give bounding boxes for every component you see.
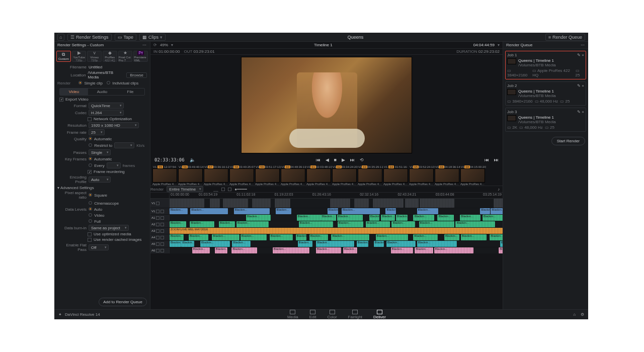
speaker-icon[interactable]: 🔈 <box>190 157 195 162</box>
timeline-clip[interactable] <box>210 199 220 208</box>
clip-thumbnail[interactable]: V16503:52:24:10Apple ProRes 4444 <box>409 165 434 186</box>
panel-menu-icon[interactable]: ⋯ <box>142 43 147 47</box>
clip-thumbnail[interactable]: V15512:37:54:Apple ProRes 4444 <box>152 165 177 186</box>
timeline-clip[interactable]: Blackm... <box>328 208 338 214</box>
track-toggle[interactable] <box>156 202 159 205</box>
timeline-clip[interactable]: Blackm... <box>296 234 307 240</box>
last-frame-button[interactable]: ⏭ <box>350 157 355 162</box>
timeline-clip[interactable]: Blackm... <box>437 215 454 221</box>
tab-video[interactable]: Video <box>60 89 88 95</box>
timeline-clip[interactable]: Blackm... <box>273 247 310 253</box>
timeline-clip[interactable]: Blackm... <box>170 241 181 247</box>
timeline-clip[interactable] <box>223 199 248 208</box>
next-clip-button[interactable]: ⏭ <box>494 157 499 162</box>
clip-thumbnail[interactable]: V15603:49:40:14Apple ProRes 4444 <box>178 165 203 186</box>
timeline-clip[interactable]: Blackm... <box>455 221 495 227</box>
timeline-clip[interactable]: Blackm... <box>240 234 267 240</box>
timeline-clip[interactable]: Blackm... <box>338 221 363 227</box>
play-reverse-button[interactable]: ◀ <box>326 157 329 162</box>
keyframes-input[interactable] <box>107 162 121 168</box>
timeline-clip[interactable]: Blackm... <box>381 215 394 221</box>
timeline-clip[interactable]: Blackm... <box>232 241 251 247</box>
timeline-clip[interactable]: Blackm... <box>297 215 321 221</box>
timeline-clip[interactable]: Blackm... <box>316 241 354 247</box>
format-select[interactable]: QuickTime <box>89 103 124 109</box>
flatpass-select[interactable]: Off <box>89 244 109 250</box>
timeline-clip[interactable]: Blackm... <box>461 234 487 240</box>
page-fairlight[interactable]: Fairlight <box>348 310 362 319</box>
timeline-clip[interactable]: Blackm... <box>234 208 270 214</box>
timeline-clip[interactable]: Blackm... <box>343 247 357 253</box>
loop-button[interactable]: ⟲ <box>360 157 364 162</box>
timeline-clip[interactable]: Blackm... <box>491 208 503 214</box>
timeline-clip[interactable]: Blackm... <box>434 247 473 253</box>
render-queue-toggle[interactable]: ≡Render Queue <box>545 34 585 41</box>
clip-thumbnail[interactable]: V16004:48:39:19Apple ProRes 4444 <box>281 165 305 186</box>
render-range-select[interactable]: Entire Timeline <box>167 186 203 192</box>
mute-toggle[interactable] <box>156 242 159 246</box>
clip-thumbnail[interactable]: V16604:18:36:14Apple ProRes 4444 <box>435 165 459 186</box>
quality-restrict[interactable]: Restrict to <box>89 143 112 148</box>
timeline-clip[interactable]: Blackm... <box>270 234 293 240</box>
datalevels-full[interactable]: Full <box>89 219 101 224</box>
timeline-tool-2[interactable] <box>228 188 231 191</box>
browse-button[interactable]: Browse <box>126 72 147 78</box>
timeline-clip[interactable]: Blackm... <box>219 221 235 227</box>
clip-thumbnail[interactable]: V15903:51:17:13Apple ProRes 4444 <box>255 165 280 186</box>
timeline-clip[interactable]: Blackm... <box>337 215 363 221</box>
timeline-ruler[interactable]: 01:00:00:0001:03:54:1901:11:02:1801:19:2… <box>170 193 503 198</box>
stop-button[interactable]: ■ <box>334 157 337 162</box>
timeline-clip[interactable]: Blackm... <box>480 208 490 214</box>
close-icon[interactable]: × <box>582 53 584 57</box>
render-job[interactable]: Job 2✎ × Queens | Timeline 1/Volumes/BTB… <box>505 81 586 106</box>
frame-reorder-checkbox[interactable]: ✓ <box>88 170 92 174</box>
viewer[interactable] <box>150 55 503 155</box>
timeline-clip[interactable]: Blackm... <box>413 234 438 240</box>
timeline-clip[interactable]: Blackm... <box>482 215 503 221</box>
timeline-clip[interactable]: Blackm... <box>419 221 455 227</box>
clip-thumbnail[interactable]: V16102:03:48:10Apple ProRes 4444 <box>306 165 331 186</box>
mute-toggle[interactable] <box>156 249 159 252</box>
queue-menu-icon[interactable]: ⋯ <box>581 43 585 47</box>
timeline-clip[interactable]: Blackm... <box>309 234 328 240</box>
home-footer-icon[interactable]: ⌂ <box>573 312 576 317</box>
timeline-clip[interactable]: Blackm... <box>299 221 333 227</box>
mute-toggle[interactable] <box>156 236 159 239</box>
timeline-clip[interactable]: Blackm... <box>276 208 292 214</box>
timeline-clip[interactable]: Blackm... <box>246 215 271 221</box>
timeline-clip[interactable]: Blackm... <box>369 215 379 221</box>
clip-thumbnail[interactable]: V16304:35:29:11Apple ProRes 4444 <box>358 165 382 186</box>
resolution-select[interactable]: 1920 x 1080 HD <box>89 122 139 128</box>
timeline-clip[interactable]: Blackm... <box>385 208 396 214</box>
timeline-clip[interactable] <box>170 199 204 208</box>
par-square[interactable]: Square <box>89 193 107 198</box>
render-job[interactable]: Job 3✎ × Queens | Timeline 1/Volumes/BTB… <box>505 108 586 132</box>
timeline-clip[interactable]: Blackm... <box>500 241 503 247</box>
timeline-clip[interactable]: Blackm... <box>200 241 230 247</box>
solo-toggle[interactable] <box>160 223 164 226</box>
encoding-profile-select[interactable]: Auto <box>89 177 111 183</box>
render-job[interactable]: Job 1✎ × Queens | Timeline 1/Volumes/BTB… <box>505 51 586 79</box>
framerate-select[interactable]: 25 <box>89 129 105 135</box>
preset-youtube[interactable]: ▶YouTube720p <box>72 51 87 62</box>
timeline-clip[interactable]: Blackm... <box>170 208 188 214</box>
timeline-clip[interactable]: Blackm... <box>357 241 368 247</box>
page-edit[interactable]: Edit <box>309 310 316 319</box>
timeline-clip[interactable]: Blackm... <box>415 247 433 253</box>
clip-thumbnail[interactable]: V15703:36:16:12Apple ProRes 4444 <box>204 165 228 186</box>
timeline-clip[interactable]: Blackm... <box>190 208 228 214</box>
use-optimized-checkbox[interactable] <box>88 232 92 236</box>
close-icon[interactable]: × <box>582 83 584 88</box>
tab-file[interactable]: File <box>116 89 144 95</box>
export-video-checkbox[interactable]: ✓ <box>59 98 63 102</box>
timeline-clip[interactable]: Blackm... <box>342 208 380 214</box>
timeline-clip[interactable]: Blackm... <box>391 247 413 253</box>
first-frame-button[interactable]: ⏮ <box>316 157 320 162</box>
timeline-clip[interactable]: Blackm... <box>460 215 480 221</box>
advanced-settings-header[interactable]: ▾Advanced Settings <box>54 185 150 190</box>
solo-toggle[interactable] <box>160 242 164 246</box>
timeline-clip[interactable] <box>373 199 404 208</box>
timeline-clip[interactable]: Blackm... <box>417 241 457 247</box>
par-cinemascope[interactable]: Cinemascope <box>89 201 119 206</box>
keyframes-automatic[interactable]: Automatic <box>89 157 112 161</box>
